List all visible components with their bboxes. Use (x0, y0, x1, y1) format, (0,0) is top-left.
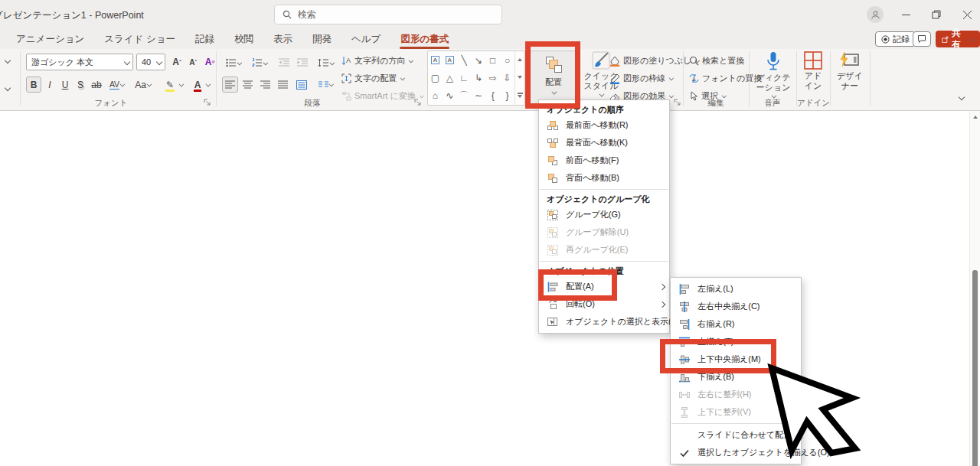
numbering-button[interactable] (248, 55, 271, 70)
convert-to-smartart-button[interactable]: SmartArt に変換 (341, 90, 424, 102)
elbow-arrow-connector-icon[interactable]: ↳ (472, 69, 486, 86)
text-direction-icon: A (341, 56, 351, 66)
shape-gallery-scroll[interactable] (514, 51, 524, 105)
vertical-scrollbar[interactable] (969, 111, 980, 466)
restore-button[interactable] (921, 0, 952, 29)
tab-3[interactable]: 校閲 (224, 29, 263, 49)
strikethrough-button[interactable]: ab (89, 77, 104, 93)
bold-button[interactable]: B (26, 77, 41, 93)
align-center-icon (677, 301, 692, 313)
right-brace-icon[interactable]: } (500, 87, 514, 105)
elbow-connector-icon[interactable]: ∟ (457, 69, 472, 86)
character-spacing-button[interactable]: AV (106, 77, 129, 93)
shape-outline-button[interactable]: 図形の枠線 (609, 73, 674, 84)
text-highlight-button[interactable]: ✎ (162, 77, 187, 93)
tab-7[interactable]: 図形の書式 (390, 29, 459, 49)
align-submenu-item-7[interactable]: 上下に整列(V) (671, 403, 801, 421)
left-brace-icon[interactable]: { (485, 87, 500, 105)
minimize-button[interactable] (890, 0, 921, 29)
chevron-down-icon[interactable] (5, 86, 10, 91)
scrollbar-thumb[interactable] (972, 270, 978, 466)
record-button[interactable]: 記録 (875, 31, 916, 47)
decrease-font-size-button[interactable]: Aˇ (185, 54, 201, 70)
arrange-menu-item-8[interactable]: グループ解除(U) (539, 223, 669, 241)
tab-4[interactable]: 表示 (263, 29, 302, 49)
designer-button[interactable]: デザイナー (833, 51, 867, 106)
vertical-text-box-icon[interactable]: A (443, 51, 457, 69)
align-submenu-item-1[interactable]: 左右中央揃え(C) (671, 298, 801, 315)
arrange-menu-item-4[interactable]: 背面へ移動(B) (539, 169, 669, 187)
font-color-button[interactable]: A (190, 77, 214, 93)
align-center-button[interactable] (240, 77, 256, 93)
font-size-combo[interactable]: 40 (136, 54, 165, 70)
line-spacing-button[interactable] (314, 55, 338, 70)
align-text-button[interactable]: 文字の配置 (341, 73, 405, 84)
replace-fonts-button[interactable]: Aフォントの置換 (689, 73, 762, 84)
comments-button[interactable] (913, 31, 931, 47)
change-case-button[interactable]: Aa (132, 77, 155, 93)
arrange-menu-item-14[interactable]: オブジェクトの選択と表示(P)... (539, 313, 669, 331)
share-button[interactable]: 共有 (936, 31, 980, 47)
tab-6[interactable]: ヘルプ (341, 29, 390, 49)
collapse-ribbon-icon[interactable] (959, 95, 964, 100)
scrollbar-up-icon[interactable] (973, 116, 978, 119)
columns-button[interactable] (314, 77, 338, 93)
scribble-icon[interactable]: ∿ (443, 87, 457, 105)
tab-2[interactable]: 記録 (185, 29, 224, 49)
arrange-menu-item-1[interactable]: 最前面へ移動(R) (539, 116, 669, 134)
shape-fill-button[interactable]: 図形の塗りつぶし (609, 55, 700, 67)
font-dialog-launcher[interactable] (204, 99, 211, 106)
tab-5[interactable]: 開発 (302, 29, 341, 49)
text-shadow-button[interactable]: S (74, 77, 87, 93)
align-submenu-item-2[interactable]: 右揃え(R) (671, 315, 801, 333)
arrange-menu-item-2[interactable]: 最背面へ移動(K) (539, 134, 669, 152)
slide-canvas[interactable] (0, 111, 980, 466)
freeform-icon[interactable]: ⌂ (428, 87, 443, 105)
rounded-rectangle-icon[interactable]: ▢ (428, 69, 443, 86)
bullets-button[interactable] (222, 55, 245, 70)
arrow-line-icon[interactable]: ↘ (472, 51, 486, 69)
search-box[interactable]: 検索 (274, 5, 502, 24)
align-right-button[interactable] (257, 77, 273, 93)
justify-button[interactable] (275, 77, 291, 93)
right-arrow-icon[interactable]: ⇨ (485, 69, 500, 86)
font-name-combo[interactable]: 游ゴシック 本文 (26, 54, 133, 70)
paragraph-dialog-launcher[interactable] (414, 99, 421, 106)
oval-icon[interactable]: ○ (500, 51, 514, 69)
underline-button[interactable]: U (58, 77, 72, 93)
chevron-down-icon[interactable] (5, 58, 10, 64)
align-submenu-item-10[interactable]: 選択したオブジェクトを揃える(O) (671, 444, 801, 461)
triangle-icon[interactable]: △ (443, 69, 457, 86)
down-arrow-icon[interactable]: ⇩ (500, 69, 514, 86)
decrease-indent-button[interactable] (276, 55, 292, 70)
gallery-scroll-up-icon[interactable] (518, 58, 522, 61)
align-left-button[interactable] (222, 77, 238, 93)
align-submenu-item-6[interactable]: 左右に整列(H) (671, 386, 801, 403)
tab-1[interactable]: スライド ショー (94, 29, 185, 49)
increase-indent-button[interactable] (294, 55, 311, 70)
italic-button[interactable]: I (43, 77, 57, 93)
clear-formatting-button[interactable]: Aᵠ (202, 54, 217, 70)
increase-font-size-button[interactable]: Aˆ (168, 54, 185, 70)
align-submenu-item-0[interactable]: 左揃え(L) (671, 280, 801, 298)
arrange-menu-item-9[interactable]: 再グループ化(E) (539, 241, 669, 259)
text-direction-button[interactable]: A文字列の方向 (341, 55, 413, 67)
line-icon[interactable]: ╲ (457, 51, 472, 69)
chevron-down-icon[interactable] (124, 60, 129, 65)
arc-icon[interactable]: ⌒ (457, 87, 472, 105)
rectangle-icon[interactable]: □ (485, 51, 500, 69)
align-submenu-item-9[interactable]: スライドに合わせて配置(A) (671, 426, 801, 444)
curve-icon[interactable]: ∼ (472, 87, 486, 105)
find-replace-button[interactable]: 検索と置換 (689, 55, 744, 67)
chevron-down-icon[interactable] (156, 60, 162, 65)
gallery-scroll-down-icon[interactable] (518, 76, 522, 79)
gallery-more-icon[interactable] (518, 93, 523, 97)
close-button[interactable] (952, 0, 980, 29)
account-avatar[interactable] (867, 6, 884, 23)
distribute-text-button[interactable] (292, 77, 310, 93)
arrange-menu-item-3[interactable]: 前面へ移動(F) (539, 152, 669, 169)
shape-styles-dialog-launcher[interactable] (674, 99, 681, 106)
arrange-menu-item-7[interactable]: グループ化(G) (539, 206, 669, 223)
horizontal-text-box-icon[interactable]: A (428, 51, 443, 69)
tab-0[interactable]: アニメーション (6, 29, 94, 49)
